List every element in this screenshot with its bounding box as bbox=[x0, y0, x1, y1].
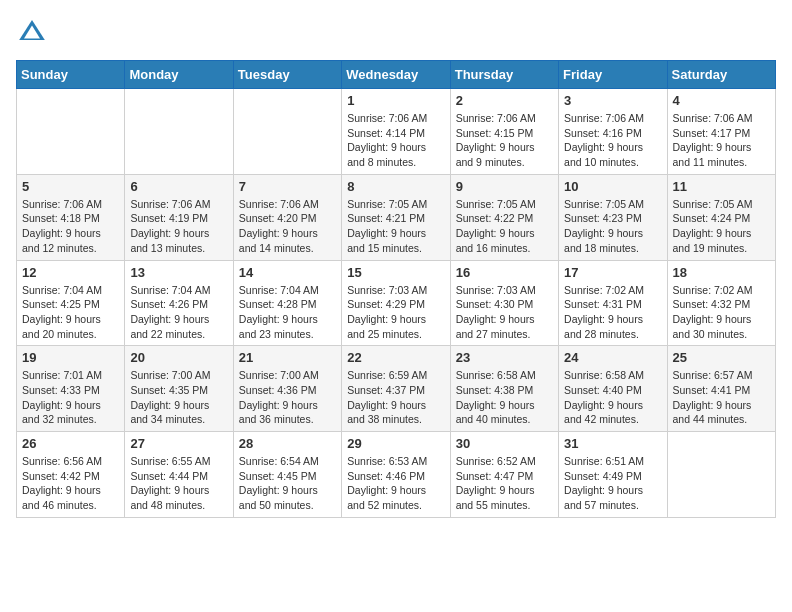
weekday-header: Saturday bbox=[667, 61, 775, 89]
day-number: 14 bbox=[239, 265, 336, 280]
day-number: 13 bbox=[130, 265, 227, 280]
day-info: Sunrise: 7:05 AM Sunset: 4:21 PM Dayligh… bbox=[347, 197, 444, 256]
day-number: 26 bbox=[22, 436, 119, 451]
weekday-header: Friday bbox=[559, 61, 667, 89]
day-number: 6 bbox=[130, 179, 227, 194]
day-number: 3 bbox=[564, 93, 661, 108]
calendar-cell: 14Sunrise: 7:04 AM Sunset: 4:28 PM Dayli… bbox=[233, 260, 341, 346]
day-number: 24 bbox=[564, 350, 661, 365]
day-number: 18 bbox=[673, 265, 770, 280]
day-info: Sunrise: 7:05 AM Sunset: 4:24 PM Dayligh… bbox=[673, 197, 770, 256]
calendar-table: SundayMondayTuesdayWednesdayThursdayFrid… bbox=[16, 60, 776, 518]
day-number: 5 bbox=[22, 179, 119, 194]
day-number: 10 bbox=[564, 179, 661, 194]
day-info: Sunrise: 7:02 AM Sunset: 4:31 PM Dayligh… bbox=[564, 283, 661, 342]
calendar-cell: 30Sunrise: 6:52 AM Sunset: 4:47 PM Dayli… bbox=[450, 432, 558, 518]
day-info: Sunrise: 7:06 AM Sunset: 4:19 PM Dayligh… bbox=[130, 197, 227, 256]
day-info: Sunrise: 7:06 AM Sunset: 4:20 PM Dayligh… bbox=[239, 197, 336, 256]
day-info: Sunrise: 7:04 AM Sunset: 4:26 PM Dayligh… bbox=[130, 283, 227, 342]
calendar-cell: 26Sunrise: 6:56 AM Sunset: 4:42 PM Dayli… bbox=[17, 432, 125, 518]
day-info: Sunrise: 7:00 AM Sunset: 4:35 PM Dayligh… bbox=[130, 368, 227, 427]
calendar-cell: 4Sunrise: 7:06 AM Sunset: 4:17 PM Daylig… bbox=[667, 89, 775, 175]
calendar-cell: 28Sunrise: 6:54 AM Sunset: 4:45 PM Dayli… bbox=[233, 432, 341, 518]
day-number: 7 bbox=[239, 179, 336, 194]
logo bbox=[16, 16, 52, 48]
calendar-week-row: 19Sunrise: 7:01 AM Sunset: 4:33 PM Dayli… bbox=[17, 346, 776, 432]
day-number: 31 bbox=[564, 436, 661, 451]
day-info: Sunrise: 7:06 AM Sunset: 4:17 PM Dayligh… bbox=[673, 111, 770, 170]
calendar-cell: 20Sunrise: 7:00 AM Sunset: 4:35 PM Dayli… bbox=[125, 346, 233, 432]
day-info: Sunrise: 6:54 AM Sunset: 4:45 PM Dayligh… bbox=[239, 454, 336, 513]
day-info: Sunrise: 7:05 AM Sunset: 4:23 PM Dayligh… bbox=[564, 197, 661, 256]
day-info: Sunrise: 6:55 AM Sunset: 4:44 PM Dayligh… bbox=[130, 454, 227, 513]
calendar-cell bbox=[125, 89, 233, 175]
calendar-cell: 3Sunrise: 7:06 AM Sunset: 4:16 PM Daylig… bbox=[559, 89, 667, 175]
day-number: 9 bbox=[456, 179, 553, 194]
calendar-cell: 12Sunrise: 7:04 AM Sunset: 4:25 PM Dayli… bbox=[17, 260, 125, 346]
calendar-week-row: 12Sunrise: 7:04 AM Sunset: 4:25 PM Dayli… bbox=[17, 260, 776, 346]
day-info: Sunrise: 6:57 AM Sunset: 4:41 PM Dayligh… bbox=[673, 368, 770, 427]
calendar-cell: 6Sunrise: 7:06 AM Sunset: 4:19 PM Daylig… bbox=[125, 174, 233, 260]
calendar-cell: 2Sunrise: 7:06 AM Sunset: 4:15 PM Daylig… bbox=[450, 89, 558, 175]
calendar-cell: 7Sunrise: 7:06 AM Sunset: 4:20 PM Daylig… bbox=[233, 174, 341, 260]
day-info: Sunrise: 6:58 AM Sunset: 4:40 PM Dayligh… bbox=[564, 368, 661, 427]
day-info: Sunrise: 6:53 AM Sunset: 4:46 PM Dayligh… bbox=[347, 454, 444, 513]
calendar-cell bbox=[17, 89, 125, 175]
day-info: Sunrise: 6:58 AM Sunset: 4:38 PM Dayligh… bbox=[456, 368, 553, 427]
day-info: Sunrise: 7:05 AM Sunset: 4:22 PM Dayligh… bbox=[456, 197, 553, 256]
day-info: Sunrise: 7:02 AM Sunset: 4:32 PM Dayligh… bbox=[673, 283, 770, 342]
day-info: Sunrise: 7:00 AM Sunset: 4:36 PM Dayligh… bbox=[239, 368, 336, 427]
day-info: Sunrise: 7:06 AM Sunset: 4:14 PM Dayligh… bbox=[347, 111, 444, 170]
calendar-week-row: 5Sunrise: 7:06 AM Sunset: 4:18 PM Daylig… bbox=[17, 174, 776, 260]
day-info: Sunrise: 7:04 AM Sunset: 4:28 PM Dayligh… bbox=[239, 283, 336, 342]
day-number: 2 bbox=[456, 93, 553, 108]
day-info: Sunrise: 6:51 AM Sunset: 4:49 PM Dayligh… bbox=[564, 454, 661, 513]
logo-icon bbox=[16, 16, 48, 48]
day-number: 4 bbox=[673, 93, 770, 108]
day-number: 11 bbox=[673, 179, 770, 194]
calendar-week-row: 1Sunrise: 7:06 AM Sunset: 4:14 PM Daylig… bbox=[17, 89, 776, 175]
calendar-cell: 8Sunrise: 7:05 AM Sunset: 4:21 PM Daylig… bbox=[342, 174, 450, 260]
calendar-cell: 22Sunrise: 6:59 AM Sunset: 4:37 PM Dayli… bbox=[342, 346, 450, 432]
calendar-cell: 24Sunrise: 6:58 AM Sunset: 4:40 PM Dayli… bbox=[559, 346, 667, 432]
weekday-header: Sunday bbox=[17, 61, 125, 89]
day-number: 8 bbox=[347, 179, 444, 194]
weekday-header: Monday bbox=[125, 61, 233, 89]
day-info: Sunrise: 7:04 AM Sunset: 4:25 PM Dayligh… bbox=[22, 283, 119, 342]
calendar-cell: 13Sunrise: 7:04 AM Sunset: 4:26 PM Dayli… bbox=[125, 260, 233, 346]
calendar-cell: 25Sunrise: 6:57 AM Sunset: 4:41 PM Dayli… bbox=[667, 346, 775, 432]
day-number: 16 bbox=[456, 265, 553, 280]
calendar-cell: 5Sunrise: 7:06 AM Sunset: 4:18 PM Daylig… bbox=[17, 174, 125, 260]
calendar-cell: 10Sunrise: 7:05 AM Sunset: 4:23 PM Dayli… bbox=[559, 174, 667, 260]
calendar-cell bbox=[667, 432, 775, 518]
weekday-header: Thursday bbox=[450, 61, 558, 89]
day-info: Sunrise: 7:01 AM Sunset: 4:33 PM Dayligh… bbox=[22, 368, 119, 427]
weekday-header: Tuesday bbox=[233, 61, 341, 89]
day-info: Sunrise: 6:56 AM Sunset: 4:42 PM Dayligh… bbox=[22, 454, 119, 513]
day-info: Sunrise: 6:59 AM Sunset: 4:37 PM Dayligh… bbox=[347, 368, 444, 427]
day-number: 12 bbox=[22, 265, 119, 280]
day-number: 28 bbox=[239, 436, 336, 451]
day-number: 20 bbox=[130, 350, 227, 365]
calendar-cell bbox=[233, 89, 341, 175]
day-info: Sunrise: 7:06 AM Sunset: 4:16 PM Dayligh… bbox=[564, 111, 661, 170]
day-info: Sunrise: 7:03 AM Sunset: 4:29 PM Dayligh… bbox=[347, 283, 444, 342]
calendar-cell: 11Sunrise: 7:05 AM Sunset: 4:24 PM Dayli… bbox=[667, 174, 775, 260]
calendar-cell: 31Sunrise: 6:51 AM Sunset: 4:49 PM Dayli… bbox=[559, 432, 667, 518]
calendar-cell: 1Sunrise: 7:06 AM Sunset: 4:14 PM Daylig… bbox=[342, 89, 450, 175]
day-number: 30 bbox=[456, 436, 553, 451]
day-number: 27 bbox=[130, 436, 227, 451]
calendar-cell: 27Sunrise: 6:55 AM Sunset: 4:44 PM Dayli… bbox=[125, 432, 233, 518]
day-number: 21 bbox=[239, 350, 336, 365]
calendar-cell: 15Sunrise: 7:03 AM Sunset: 4:29 PM Dayli… bbox=[342, 260, 450, 346]
day-number: 25 bbox=[673, 350, 770, 365]
day-number: 15 bbox=[347, 265, 444, 280]
calendar-cell: 17Sunrise: 7:02 AM Sunset: 4:31 PM Dayli… bbox=[559, 260, 667, 346]
page-header bbox=[16, 16, 776, 48]
calendar-cell: 16Sunrise: 7:03 AM Sunset: 4:30 PM Dayli… bbox=[450, 260, 558, 346]
weekday-header: Wednesday bbox=[342, 61, 450, 89]
day-info: Sunrise: 7:06 AM Sunset: 4:18 PM Dayligh… bbox=[22, 197, 119, 256]
day-info: Sunrise: 7:06 AM Sunset: 4:15 PM Dayligh… bbox=[456, 111, 553, 170]
calendar-cell: 18Sunrise: 7:02 AM Sunset: 4:32 PM Dayli… bbox=[667, 260, 775, 346]
calendar-cell: 29Sunrise: 6:53 AM Sunset: 4:46 PM Dayli… bbox=[342, 432, 450, 518]
